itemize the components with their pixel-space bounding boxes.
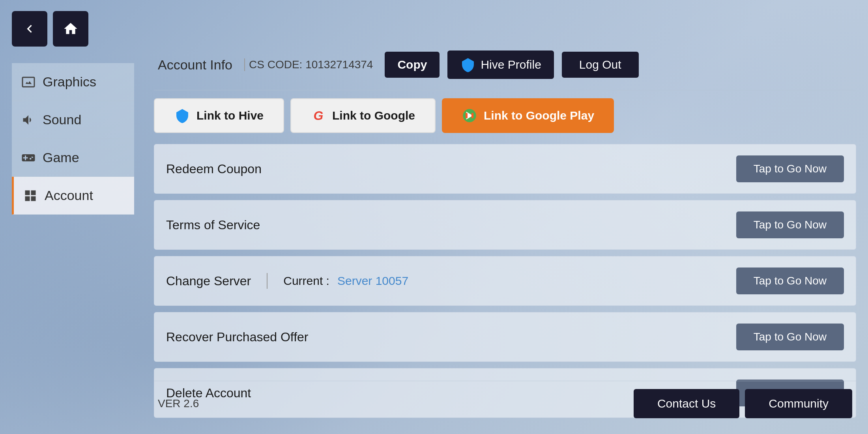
copy-button[interactable]: Copy (385, 52, 440, 78)
change-server-label: Change Server (166, 274, 251, 288)
sidebar-item-graphics[interactable]: Graphics (12, 63, 134, 101)
sidebar-item-game[interactable]: Game (12, 139, 134, 177)
change-server-row: Change Server Current : Server 10057 Tap… (154, 256, 856, 306)
hive-profile-label: Hive Profile (481, 58, 541, 71)
recover-offer-row: Recover Purchased Offer Tap to Go Now (154, 312, 856, 362)
account-info-bar: Account Info CS CODE: 10132714374 Copy H… (154, 39, 856, 90)
svg-rect-2 (471, 113, 473, 118)
terms-of-service-row: Terms of Service Tap to Go Now (154, 200, 856, 250)
sidebar-item-account[interactable]: Account (12, 177, 134, 215)
server-divider (267, 273, 268, 289)
sidebar-graphics-label: Graphics (43, 74, 96, 90)
home-button[interactable] (53, 11, 88, 47)
main-content: Account Info CS CODE: 10132714374 Copy H… (154, 39, 856, 422)
change-server-info: Change Server Current : Server 10057 (166, 273, 408, 289)
back-button[interactable] (12, 11, 47, 47)
link-hive-label: Link to Hive (196, 109, 264, 122)
terms-of-service-label: Terms of Service (166, 218, 260, 232)
google-g-icon: G (311, 108, 326, 123)
version-label: VER 2.6 (158, 397, 199, 410)
community-button[interactable]: Community (745, 389, 852, 418)
link-googleplay-label: Link to Google Play (484, 109, 594, 122)
cs-code: CS CODE: 10132714374 (244, 58, 377, 71)
top-navigation (12, 11, 88, 47)
current-server-prefix: Current : (283, 274, 329, 288)
hive-profile-button[interactable]: Hive Profile (447, 51, 554, 79)
link-google-label: Link to Google (332, 109, 415, 122)
link-to-hive-button[interactable]: Link to Hive (154, 98, 284, 133)
change-server-button[interactable]: Tap to Go Now (736, 268, 844, 294)
sidebar-account-label: Account (45, 188, 93, 203)
link-buttons-row: Link to Hive G Link to Google Link to Go… (154, 98, 856, 133)
logout-button[interactable]: Log Out (562, 52, 639, 78)
footer-buttons: Contact Us Community (634, 389, 852, 418)
sidebar-game-label: Game (43, 150, 79, 165)
sidebar-item-sound[interactable]: Sound (12, 101, 134, 139)
current-server-value: Server 10057 (337, 274, 408, 288)
sidebar: Graphics Sound Game Account (12, 63, 134, 215)
recover-offer-label: Recover Purchased Offer (166, 330, 308, 344)
account-info-label: Account Info (158, 57, 232, 73)
recover-offer-button[interactable]: Tap to Go Now (736, 324, 844, 350)
sidebar-sound-label: Sound (43, 112, 81, 127)
redeem-coupon-row: Redeem Coupon Tap to Go Now (154, 144, 856, 194)
footer-bar: VER 2.6 Contact Us Community (154, 381, 856, 426)
redeem-coupon-button[interactable]: Tap to Go Now (736, 155, 844, 182)
terms-of-service-button[interactable]: Tap to Go Now (736, 211, 844, 238)
contact-us-button[interactable]: Contact Us (634, 389, 739, 418)
redeem-coupon-label: Redeem Coupon (166, 162, 262, 176)
link-to-googleplay-button[interactable]: Link to Google Play (442, 98, 614, 133)
link-to-google-button[interactable]: G Link to Google (290, 98, 436, 133)
svg-rect-1 (466, 113, 468, 118)
